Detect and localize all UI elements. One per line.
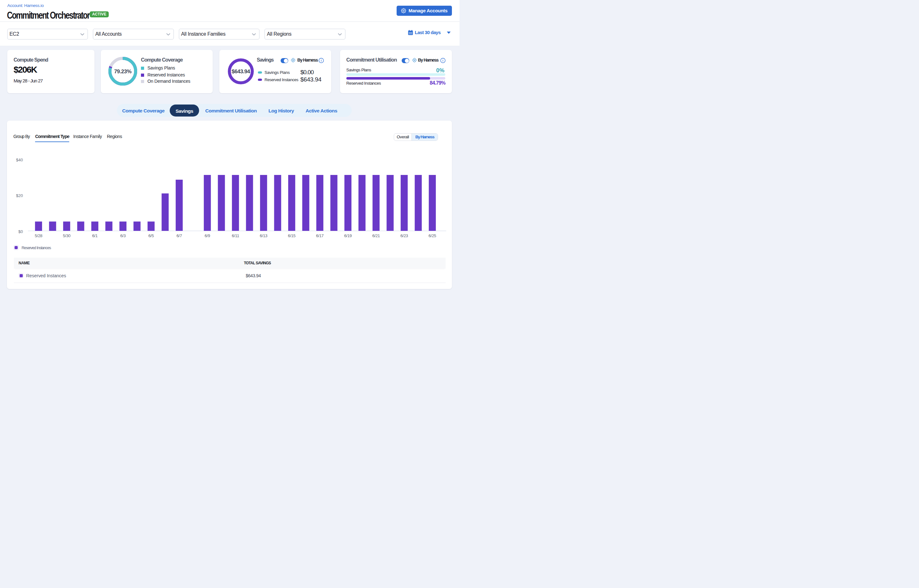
svg-text:6/13: 6/13 [260,233,267,238]
svg-text:$643.94: $643.94 [232,68,250,74]
svg-text:$20: $20 [16,193,23,198]
svg-text:6/1: 6/1 [92,233,97,238]
svg-text:6/23: 6/23 [400,233,408,238]
svg-text:6/21: 6/21 [372,233,380,238]
svg-text:6/11: 6/11 [232,233,239,238]
svg-text:6/25: 6/25 [428,233,436,238]
svg-text:$40: $40 [16,158,23,162]
svg-text:5/30: 5/30 [63,233,70,238]
svg-text:79.23%: 79.23% [114,68,131,74]
svg-text:$0: $0 [18,229,23,234]
svg-text:5/28: 5/28 [35,233,42,238]
svg-text:6/15: 6/15 [288,233,295,238]
svg-text:6/3: 6/3 [120,233,125,238]
svg-text:6/19: 6/19 [344,233,352,238]
svg-text:6/5: 6/5 [148,233,154,238]
svg-text:6/17: 6/17 [316,233,324,238]
svg-text:6/9: 6/9 [204,233,210,238]
svg-text:6/7: 6/7 [176,233,182,238]
